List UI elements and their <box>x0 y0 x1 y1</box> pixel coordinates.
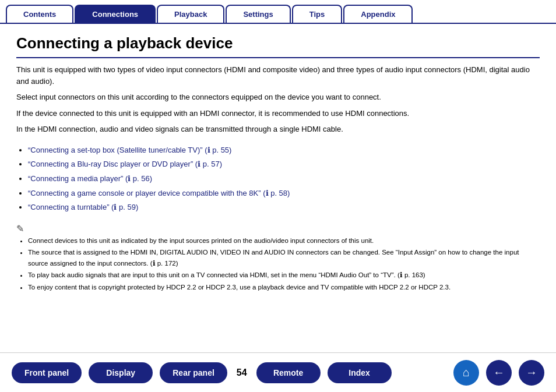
tab-appendix[interactable]: Appendix <box>343 5 413 23</box>
notes-list: Connect devices to this unit as indicate… <box>28 235 540 292</box>
top-navigation: Contents Connections Playback Settings T… <box>0 0 556 24</box>
connection-links-list: “Connecting a set-top box (Satellite tun… <box>28 143 540 215</box>
note-item: To enjoy content that is copyright prote… <box>28 282 540 292</box>
forward-arrow-icon: → <box>526 366 537 379</box>
tab-tips[interactable]: Tips <box>292 5 343 23</box>
rear-panel-button[interactable]: Rear panel <box>160 362 227 383</box>
tab-settings[interactable]: Settings <box>226 5 290 23</box>
list-item[interactable]: “Connecting a media player” (ℹ p. 56) <box>28 172 540 186</box>
bottom-navigation: Front panel Display Rear panel 54 Remote… <box>0 352 556 392</box>
page-number: 54 <box>237 368 247 378</box>
tab-contents[interactable]: Contents <box>6 5 73 23</box>
tab-connections[interactable]: Connections <box>75 5 156 23</box>
index-button[interactable]: Index <box>328 362 392 383</box>
back-arrow-icon: ← <box>493 366 505 379</box>
note-item: The source that is assigned to the HDMI … <box>28 247 540 269</box>
intro-line-2: Select input connectors on this unit acc… <box>16 91 540 103</box>
remote-button[interactable]: Remote <box>256 362 321 383</box>
home-icon: ⌂ <box>463 366 470 379</box>
list-item[interactable]: “Connecting a set-top box (Satellite tun… <box>28 143 540 158</box>
intro-line-1: This unit is equipped with two types of … <box>16 64 540 87</box>
list-item[interactable]: “Connecting a game console or player dev… <box>28 186 540 201</box>
main-content: Connecting a playback device This unit i… <box>0 24 556 299</box>
tab-playback[interactable]: Playback <box>157 5 224 23</box>
intro-line-4: In the HDMI connection, audio and video … <box>16 123 540 135</box>
note-item: To play back audio signals that are inpu… <box>28 270 540 280</box>
home-button[interactable]: ⌂ <box>453 360 479 386</box>
note-item: Connect devices to this unit as indicate… <box>28 235 540 246</box>
note-pencil-icon: ✎ <box>16 223 540 234</box>
back-button[interactable]: ← <box>486 360 512 386</box>
intro-line-3: If the device connected to this unit is … <box>16 108 540 119</box>
list-item[interactable]: “Connecting a turntable” (ℹ p. 59) <box>28 200 540 215</box>
display-button[interactable]: Display <box>89 362 153 383</box>
front-panel-button[interactable]: Front panel <box>12 362 82 383</box>
list-item[interactable]: “Connecting a Blu-ray Disc player or DVD… <box>28 157 540 172</box>
forward-button[interactable]: → <box>519 360 544 386</box>
page-title: Connecting a playback device <box>16 34 540 58</box>
